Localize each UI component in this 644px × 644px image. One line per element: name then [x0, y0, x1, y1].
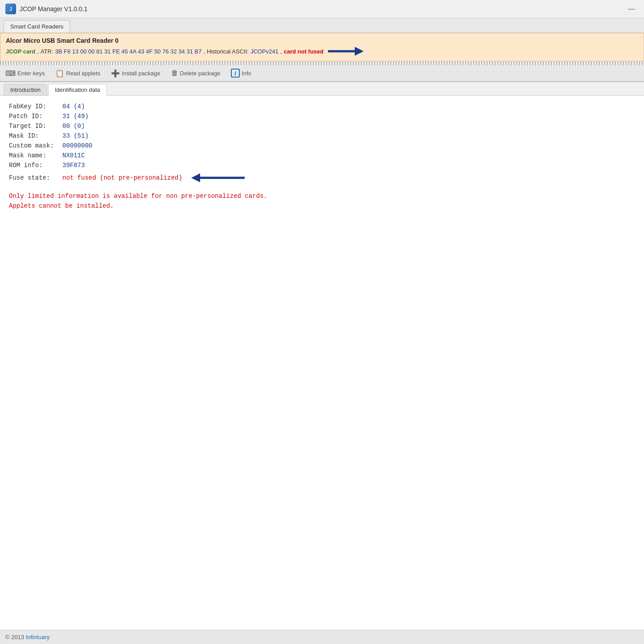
toolbar-divider [0, 62, 644, 65]
mask-name-row: Mask name: NX011C [9, 152, 635, 159]
read-applets-icon: 📋 [55, 69, 64, 78]
svg-marker-3 [191, 173, 200, 182]
atr-value: 3B F8 13 00 00 81 31 FE 45 4A 43 4F 50 7… [55, 48, 202, 55]
fuse-state-row: Fuse state: not fused (not pre-personali… [9, 172, 635, 184]
target-value: 00 (0) [62, 123, 85, 130]
fuse-state-value: not fused (not pre-personalized) [62, 174, 182, 181]
mask-value: 33 (51) [62, 132, 89, 139]
mask-row: Mask ID: 33 (51) [9, 132, 635, 139]
app-title: JCOP Manager V1.0.0.1 [20, 5, 87, 12]
target-label: Target ID: [9, 123, 62, 130]
toolbar: ⌨ Enter keys 📋 Read applets ➕ Install pa… [0, 65, 644, 82]
fuse-state-label: Fuse state: [9, 174, 62, 181]
custom-mask-value: 00000000 [62, 142, 92, 149]
warning-line2: Applets cannot be installed. [9, 201, 635, 211]
arrow-right-icon [328, 45, 364, 57]
tab-identification-data[interactable]: Identification data [48, 84, 107, 96]
reader-name: Alcor Micro USB Smart Card Reader 0 [6, 37, 638, 44]
title-bar: J JCOP Manager V1.0.0.1 — [0, 0, 644, 18]
tab-introduction[interactable]: Introduction [4, 84, 47, 95]
mask-name-label: Mask name: [9, 152, 62, 159]
reader-details: JCOP card, ATR: 3B F8 13 00 00 81 31 FE … [6, 48, 324, 55]
company-link[interactable]: Infintuary [26, 634, 49, 640]
ascii-value: JCOPv241 [250, 48, 279, 55]
install-package-button[interactable]: ➕ Install package [109, 68, 162, 78]
custom-mask-row: Custom mask: 00000000 [9, 142, 635, 149]
app-icon: J [5, 4, 16, 14]
rom-info-value: 39F873 [62, 162, 85, 169]
patch-value: 31 (49) [62, 113, 89, 120]
custom-mask-label: Custom mask: [9, 142, 62, 149]
copyright-text: © 2013 [5, 634, 26, 640]
fabkey-row: FabKey ID: 04 (4) [9, 103, 635, 110]
not-fused-status: card not fused [283, 48, 324, 55]
rom-info-label: ROM info: [9, 162, 62, 169]
delete-package-button[interactable]: 🗑 Delete package [169, 68, 222, 78]
enter-keys-button[interactable]: ⌨ Enter keys [4, 68, 46, 78]
read-applets-button[interactable]: 📋 Read applets [53, 68, 102, 78]
arrow-left-icon [191, 172, 245, 184]
rom-info-row: ROM info: 39F873 [9, 162, 635, 169]
ascii-label: Historical ASCII: [207, 48, 249, 55]
mask-name-value: NX011C [62, 152, 85, 159]
install-package-icon: ➕ [111, 69, 120, 78]
info-panel: FabKey ID: 04 (4) Patch ID: 31 (49) Targ… [0, 96, 644, 630]
patch-label: Patch ID: [9, 113, 62, 120]
svg-marker-1 [355, 47, 364, 56]
tab-smart-card-readers[interactable]: Smart Card Readers [4, 20, 70, 33]
jcop-label: JCOP card [6, 48, 35, 55]
patch-row: Patch ID: 31 (49) [9, 113, 635, 120]
mask-label: Mask ID: [9, 132, 62, 139]
fabkey-value: 04 (4) [62, 103, 85, 110]
minimize-button[interactable]: — [624, 4, 639, 14]
fabkey-label: FabKey ID: [9, 103, 62, 110]
enter-keys-icon: ⌨ [5, 69, 16, 78]
info-button[interactable]: i Info [229, 68, 253, 78]
target-row: Target ID: 00 (0) [9, 123, 635, 130]
delete-package-icon: 🗑 [171, 69, 178, 77]
content-tabs: Introduction Identification data [0, 82, 644, 96]
warning-line1: Only limited information is available fo… [9, 191, 635, 201]
card-reader-entry: Alcor Micro USB Smart Card Reader 0 JCOP… [0, 33, 644, 62]
warning-text: Only limited information is available fo… [9, 191, 635, 211]
footer: © 2013 Infintuary [0, 630, 644, 644]
tab-bar: Smart Card Readers [0, 18, 644, 33]
info-icon: i [231, 69, 240, 78]
atr-label: ATR: [41, 48, 53, 55]
